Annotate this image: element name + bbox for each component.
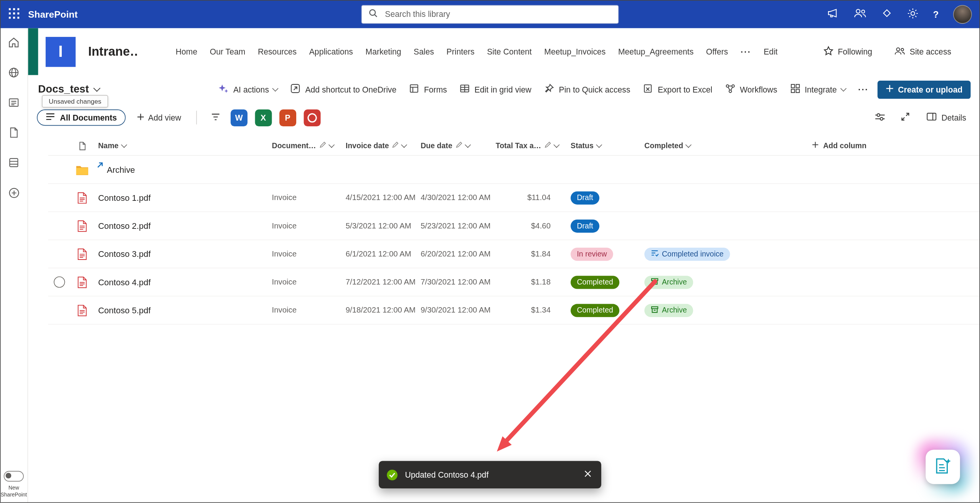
file-name-link[interactable]: Contoso 5.pdf <box>93 306 268 315</box>
site-title[interactable]: Intrane… <box>88 45 138 59</box>
due-date-cell[interactable]: 9/30/2021 12:00 AM <box>417 306 492 314</box>
powerpoint-app-icon[interactable]: P <box>279 109 296 126</box>
sharepoint-brand[interactable]: SharePoint <box>28 9 78 20</box>
column-header-total-tax[interactable]: Total Tax a… <box>492 141 561 150</box>
file-name-link[interactable]: Contoso 4.pdf <box>93 277 268 286</box>
add-view-button[interactable]: Add view <box>133 112 185 123</box>
column-header-name[interactable]: Name <box>93 141 268 150</box>
forms-button[interactable]: Forms <box>409 83 447 96</box>
app-launcher-button[interactable] <box>0 0 28 28</box>
document-type-cell[interactable]: Invoice <box>268 222 342 230</box>
settings-button[interactable] <box>907 7 919 21</box>
total-tax-cell[interactable]: $4.60 <box>492 222 561 230</box>
excel-app-icon[interactable]: X <box>255 109 272 126</box>
document-type-cell[interactable]: Invoice <box>268 278 342 286</box>
due-date-cell[interactable]: 6/20/2021 12:00 AM <box>417 250 492 258</box>
share-button[interactable] <box>853 7 867 21</box>
column-header-due-date[interactable]: Due date <box>417 141 492 150</box>
site-access-button[interactable]: Site access <box>890 45 955 58</box>
site-logo[interactable]: I <box>46 36 76 66</box>
integrate-button[interactable]: Integrate <box>790 83 846 96</box>
account-button[interactable] <box>953 5 972 23</box>
due-date-cell[interactable]: 7/30/2021 12:00 AM <box>417 278 492 286</box>
invoice-date-cell[interactable]: 7/12/2021 12:00 AM <box>342 278 417 286</box>
word-app-icon[interactable]: W <box>231 109 247 126</box>
rail-create-button[interactable] <box>7 186 20 201</box>
nav-item-meetup-agreements[interactable]: Meetup_Agreements <box>618 47 694 56</box>
invoice-date-cell[interactable]: 4/15/2021 12:00 AM <box>342 193 417 202</box>
nav-item-meetup-invoices[interactable]: Meetup_Invoices <box>544 47 605 56</box>
file-name-link[interactable]: Contoso 1.pdf <box>93 193 268 202</box>
column-header-invoice-date[interactable]: Invoice date <box>342 141 417 150</box>
invoice-date-cell[interactable]: 6/1/2021 12:00 AM <box>342 250 417 258</box>
details-pane-button[interactable]: Details <box>923 111 970 124</box>
total-tax-cell[interactable]: $1.34 <box>492 306 561 314</box>
new-sharepoint-toggle[interactable] <box>4 471 24 481</box>
rail-news-button[interactable] <box>8 96 20 111</box>
more-commands-button[interactable]: ··· <box>858 84 869 94</box>
folder-name-link[interactable]: Archive <box>93 165 268 174</box>
column-header-completed[interactable]: Completed <box>634 141 802 150</box>
table-row[interactable]: Contoso 3.pdf Invoice 6/1/2021 12:00 AM … <box>48 240 980 268</box>
total-tax-cell[interactable]: $11.04 <box>492 193 561 202</box>
table-row[interactable]: Contoso 5.pdf Invoice 9/18/2021 12:00 AM… <box>48 296 980 324</box>
help-button[interactable]: ? <box>933 9 939 20</box>
row-select-radio[interactable] <box>54 276 65 288</box>
invoice-date-cell[interactable]: 9/18/2021 12:00 AM <box>342 306 417 314</box>
workflows-button[interactable]: Workflows <box>725 83 777 96</box>
rail-lists-button[interactable] <box>8 156 20 170</box>
file-type-header[interactable] <box>71 141 93 150</box>
nav-item-offers[interactable]: Offers <box>706 47 728 56</box>
archive-action-button[interactable]: Archive <box>644 275 693 288</box>
fullscreen-button[interactable] <box>898 109 912 126</box>
rail-sites-button[interactable] <box>8 66 20 81</box>
rail-home-button[interactable] <box>8 36 20 50</box>
document-type-cell[interactable]: Invoice <box>268 306 342 314</box>
invoice-date-cell[interactable]: 5/3/2021 12:00 AM <box>342 222 417 230</box>
export-excel-button[interactable]: Export to Excel <box>643 83 713 96</box>
filter-views-button[interactable] <box>208 110 223 126</box>
nav-item-site-content[interactable]: Site Content <box>487 47 532 56</box>
library-title-dropdown[interactable]: Docs_test <box>38 83 99 96</box>
edit-grid-view-button[interactable]: Edit in grid view <box>459 83 531 96</box>
column-header-document-type[interactable]: Document… <box>268 141 342 150</box>
total-tax-cell[interactable]: $1.84 <box>492 250 561 258</box>
nav-item-sales[interactable]: Sales <box>414 47 434 56</box>
toast-close-button[interactable] <box>582 468 593 481</box>
column-header-status[interactable]: Status <box>561 141 634 150</box>
due-date-cell[interactable]: 4/30/2021 12:00 AM <box>417 193 492 202</box>
pin-quick-access-button[interactable]: Pin to Quick access <box>544 83 630 96</box>
search-input[interactable] <box>384 9 618 20</box>
table-row[interactable]: Contoso 2.pdf Invoice 5/3/2021 12:00 AM … <box>48 212 980 240</box>
row-select-cell[interactable] <box>48 276 71 288</box>
due-date-cell[interactable]: 5/23/2021 12:00 AM <box>417 222 492 230</box>
dev-tools-button[interactable] <box>881 8 892 21</box>
current-view-button[interactable]: All Documents <box>37 109 125 126</box>
nav-item-applications[interactable]: Applications <box>309 47 353 56</box>
office-app-icon[interactable] <box>304 109 320 126</box>
nav-overflow-button[interactable]: ··· <box>741 46 751 56</box>
archive-action-button[interactable]: Archive <box>644 304 693 317</box>
nav-item-printers[interactable]: Printers <box>447 47 475 56</box>
document-type-cell[interactable]: Invoice <box>268 193 342 202</box>
rail-files-button[interactable] <box>8 126 20 141</box>
table-row[interactable]: Contoso 4.pdf Invoice 7/12/2021 12:00 AM… <box>48 268 980 296</box>
search-box[interactable] <box>361 5 619 23</box>
table-row[interactable]: Contoso 1.pdf Invoice 4/15/2021 12:00 AM… <box>48 184 980 212</box>
table-row-folder[interactable]: Archive <box>48 156 980 184</box>
copilot-button[interactable] <box>926 450 960 484</box>
completed-invoice-button[interactable]: Completed invoice <box>644 247 730 260</box>
ai-actions-button[interactable]: AI actions <box>218 83 278 96</box>
file-name-link[interactable]: Contoso 3.pdf <box>93 249 268 258</box>
total-tax-cell[interactable]: $1.18 <box>492 278 561 286</box>
nav-item-resources[interactable]: Resources <box>258 47 297 56</box>
nav-item-marketing[interactable]: Marketing <box>366 47 401 56</box>
feedback-button[interactable] <box>826 7 839 21</box>
document-type-cell[interactable]: Invoice <box>268 250 342 258</box>
following-button[interactable]: Following <box>819 45 876 58</box>
create-or-upload-button[interactable]: Create or upload <box>877 80 970 98</box>
nav-item-our-team[interactable]: Our Team <box>210 47 246 56</box>
file-name-link[interactable]: Contoso 2.pdf <box>93 221 268 230</box>
nav-item-home[interactable]: Home <box>176 47 198 56</box>
add-shortcut-onedrive-button[interactable]: Add shortcut to OneDrive <box>290 83 396 96</box>
